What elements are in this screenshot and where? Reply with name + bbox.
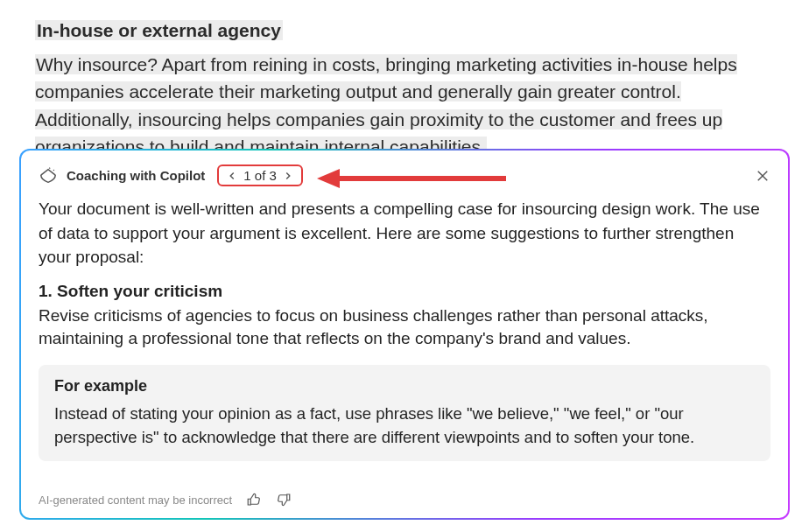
document-body: Why insource? Apart from reining in cost… — [35, 51, 774, 161]
close-icon[interactable] — [755, 168, 770, 184]
document-heading: In-house or external agency — [35, 20, 283, 40]
example-title: For example — [54, 377, 755, 396]
svg-point-0 — [53, 169, 54, 170]
panel-header: Coaching with Copilot 1 of 3 — [39, 164, 770, 186]
panel-footer: AI-generated content may be incorrect — [39, 483, 770, 508]
pager: 1 of 3 — [217, 164, 303, 186]
thumbs-down-icon[interactable] — [276, 492, 292, 508]
chevron-left-icon[interactable] — [226, 170, 238, 182]
suggestion-body: Revise criticisms of agencies to focus o… — [39, 304, 770, 351]
copilot-panel: Coaching with Copilot 1 of 3 Your docume… — [19, 149, 790, 520]
disclaimer: AI-generated content may be incorrect — [39, 494, 232, 507]
copilot-icon — [39, 166, 58, 186]
chevron-right-icon[interactable] — [282, 170, 294, 182]
example-body: Instead of stating your opinion as a fac… — [54, 402, 755, 450]
suggestion-title: 1. Soften your criticism — [39, 282, 770, 301]
thumbs-up-icon[interactable] — [246, 492, 262, 508]
document-content: In-house or external agency Why insource… — [0, 0, 809, 170]
panel-title: Coaching with Copilot — [67, 168, 205, 183]
coaching-intro: Your document is well-written and presen… — [39, 197, 770, 270]
pager-label: 1 of 3 — [243, 168, 277, 183]
example-box: For example Instead of stating your opin… — [39, 365, 770, 462]
